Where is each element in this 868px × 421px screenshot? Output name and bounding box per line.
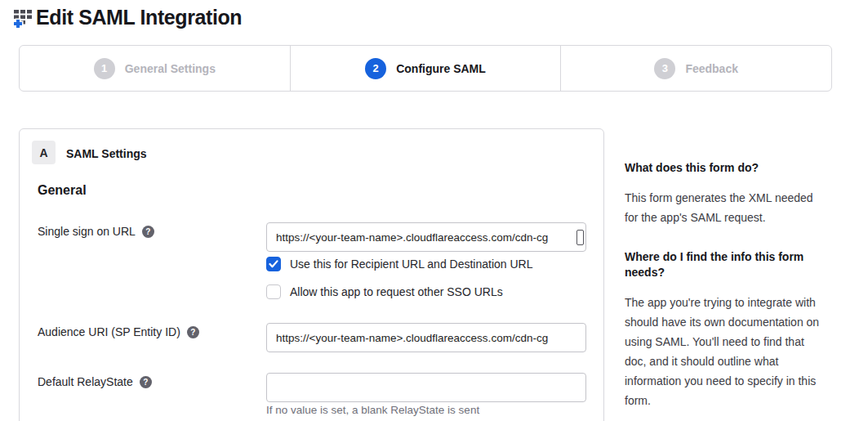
section-a-badge: A bbox=[32, 141, 56, 164]
audience-uri-input[interactable] bbox=[266, 323, 586, 352]
step-1-badge: 1 bbox=[94, 58, 115, 79]
help-sidebar: What does this form do? This form genera… bbox=[625, 160, 829, 421]
add-app-icon bbox=[13, 6, 34, 29]
page-header: Edit SAML Integration bbox=[13, 6, 242, 29]
sidebar-question-2: Where do I find the info this form needs… bbox=[625, 249, 829, 280]
page-title: Edit SAML Integration bbox=[36, 6, 242, 29]
relaystate-label: Default RelayState ? bbox=[38, 375, 152, 388]
sidebar-answer-2: The app you're trying to integrate with … bbox=[625, 293, 829, 410]
general-group-title: General bbox=[38, 183, 87, 198]
checkbox-label: Use this for Recipient URL and Destinati… bbox=[290, 258, 533, 271]
section-title: SAML Settings bbox=[66, 147, 147, 160]
relaystate-help-icon[interactable]: ? bbox=[140, 376, 152, 388]
sso-url-label-text: Single sign on URL bbox=[38, 225, 136, 238]
wizard-steps: 1 General Settings 2 Configure SAML 3 Fe… bbox=[19, 45, 832, 92]
step-general-settings[interactable]: 1 General Settings bbox=[20, 46, 290, 91]
step-2-label: Configure SAML bbox=[396, 62, 486, 75]
audience-help-icon[interactable]: ? bbox=[187, 326, 199, 338]
check-icon bbox=[269, 260, 278, 268]
relaystate-label-text: Default RelayState bbox=[38, 375, 133, 388]
sso-url-label: Single sign on URL ? bbox=[38, 225, 154, 238]
relaystate-helper-text: If no value is set, a blank RelayState i… bbox=[266, 404, 479, 416]
sidebar-answer-1: This form generates the XML needed for t… bbox=[625, 188, 829, 227]
checkbox-box bbox=[266, 257, 281, 271]
checkbox-box bbox=[266, 284, 281, 299]
step-feedback[interactable]: 3 Feedback bbox=[560, 46, 831, 91]
step-3-badge: 3 bbox=[654, 58, 675, 79]
sso-help-icon[interactable]: ? bbox=[142, 226, 154, 238]
step-configure-saml[interactable]: 2 Configure SAML bbox=[290, 46, 561, 91]
saml-settings-panel: A SAML Settings General Single sign on U… bbox=[19, 128, 604, 421]
other-sso-urls-checkbox[interactable]: Allow this app to request other SSO URLs bbox=[266, 284, 503, 299]
relaystate-input[interactable] bbox=[266, 373, 586, 402]
step-1-label: General Settings bbox=[125, 62, 216, 75]
edit-saml-integration-page: Edit SAML Integration 1 General Settings… bbox=[0, 0, 868, 421]
sidebar-question-1: What does this form do? bbox=[625, 160, 829, 176]
step-2-badge: 2 bbox=[365, 58, 386, 79]
audience-uri-label-text: Audience URI (SP Entity ID) bbox=[38, 325, 180, 338]
step-3-label: Feedback bbox=[685, 62, 738, 75]
recipient-url-checkbox[interactable]: Use this for Recipient URL and Destinati… bbox=[266, 257, 533, 271]
checkbox-label: Allow this app to request other SSO URLs bbox=[290, 285, 503, 298]
sso-url-input[interactable] bbox=[266, 222, 586, 252]
audience-uri-label: Audience URI (SP Entity ID) ? bbox=[38, 325, 199, 338]
